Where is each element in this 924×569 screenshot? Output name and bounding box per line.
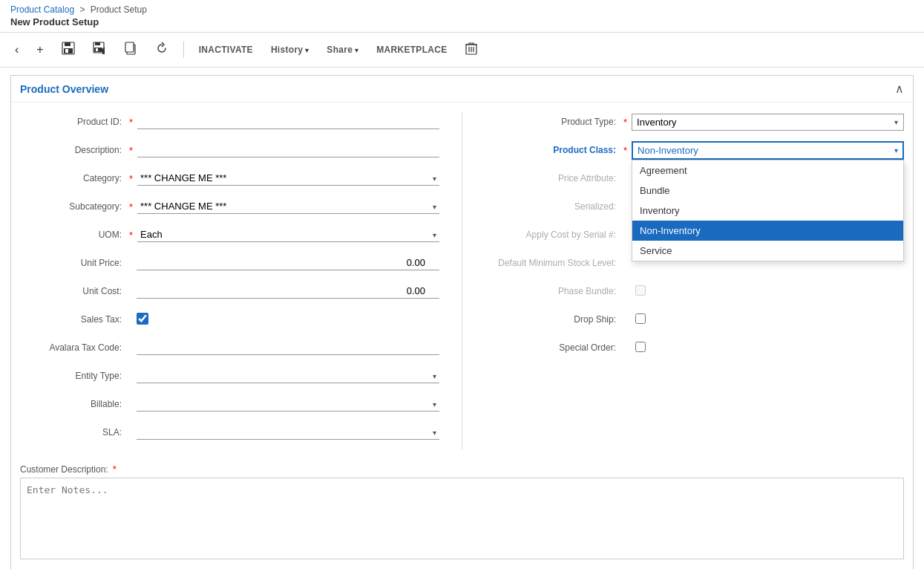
dropdown-option-bundle[interactable]: Bundle — [632, 181, 903, 201]
product-class-value: Non-Inventory — [638, 145, 698, 156]
add-button[interactable]: + — [32, 40, 47, 59]
product-class-trigger[interactable]: Non-Inventory ▾ — [632, 141, 904, 160]
back-button[interactable]: ‹ — [10, 40, 23, 59]
product-class-dropdown: Non-Inventory ▾ Agreement Bundle Invento… — [632, 141, 904, 160]
entity-type-row: Entity Type: ▾ — [20, 365, 439, 386]
delete-button[interactable] — [461, 39, 482, 61]
unit-cost-input[interactable] — [137, 284, 439, 299]
inactivate-button[interactable]: INACTIVATE — [194, 42, 258, 58]
category-row: Category: * *** CHANGE ME *** ▾ — [20, 168, 439, 189]
history-label: History — [271, 45, 303, 55]
breadcrumb-link[interactable]: Product Catalog — [10, 4, 74, 15]
special-order-row: Special Order: — [485, 337, 904, 358]
unit-cost-row: Unit Cost: — [20, 281, 439, 302]
product-type-select[interactable]: Inventory — [632, 114, 904, 131]
svg-rect-5 — [95, 42, 100, 45]
special-order-checkbox[interactable] — [635, 342, 646, 352]
left-column: Product ID: * Description: * — [20, 111, 439, 450]
toolbar: ‹ + — [0, 32, 924, 68]
svg-rect-9 — [125, 42, 134, 52]
sla-select[interactable] — [137, 425, 439, 440]
subcategory-required: * — [129, 201, 133, 212]
marketplace-button[interactable]: MARKETPLACE — [372, 42, 451, 58]
product-class-required: * — [623, 145, 627, 156]
avalara-row: Avalara Tax Code: — [20, 337, 439, 358]
product-type-required: * — [623, 117, 627, 128]
avalara-input[interactable] — [137, 340, 439, 355]
breadcrumb-current: Product Setup — [91, 4, 147, 15]
share-button[interactable]: Share ▾ — [322, 42, 363, 58]
dropdown-option-non-inventory[interactable]: Non-Inventory — [632, 221, 903, 241]
refresh-icon — [155, 42, 168, 58]
notes-textarea[interactable] — [20, 478, 904, 559]
refresh-button[interactable] — [151, 39, 173, 61]
sales-tax-checkbox[interactable] — [137, 313, 148, 325]
inactivate-label: INACTIVATE — [199, 45, 253, 55]
sla-label: SLA: — [20, 427, 128, 438]
entity-type-label: Entity Type: — [20, 371, 128, 381]
share-label: Share — [327, 45, 353, 55]
uom-label: UOM: — [20, 230, 128, 240]
history-button[interactable]: History ▾ — [266, 42, 313, 58]
uom-required: * — [129, 230, 133, 241]
main-content: Product Overview ∧ Product ID: * — [0, 68, 924, 569]
save-button[interactable] — [57, 39, 79, 61]
billable-row: Billable: ▾ — [20, 394, 439, 414]
product-id-label: Product ID: — [20, 117, 128, 127]
svg-rect-7 — [96, 48, 98, 51]
billable-label: Billable: — [20, 399, 128, 409]
category-label: Category: — [20, 173, 128, 183]
unit-cost-label: Unit Cost: — [20, 286, 128, 296]
dropdown-option-agreement[interactable]: Agreement — [632, 160, 903, 181]
unit-price-input[interactable] — [137, 256, 439, 270]
delete-icon — [465, 42, 477, 58]
product-type-label: Product Type: — [485, 117, 622, 127]
breadcrumb-separator: > — [79, 4, 85, 15]
page-title: New Product Setup — [0, 16, 924, 32]
back-icon: ‹ — [15, 43, 19, 56]
apply-cost-label: Apply Cost by Serial #: — [485, 230, 622, 240]
save-icon — [62, 42, 75, 58]
special-order-label: Special Order: — [485, 342, 622, 353]
copy-button[interactable] — [119, 39, 142, 61]
right-column: Product Type: * Inventory ▾ — [485, 111, 904, 450]
description-label: Description: — [20, 145, 128, 155]
avalara-label: Avalara Tax Code: — [20, 342, 128, 353]
drop-ship-checkbox[interactable] — [635, 313, 646, 324]
product-class-row: Product Class: * Non-Inventory ▾ Agreeme… — [485, 140, 904, 160]
unit-price-row: Unit Price: — [20, 253, 439, 273]
dropdown-option-inventory[interactable]: Inventory — [632, 201, 903, 221]
dropdown-option-service[interactable]: Service — [632, 241, 903, 261]
customer-description-required: * — [113, 464, 117, 475]
sales-tax-label: Sales Tax: — [20, 314, 128, 325]
unit-price-label: Unit Price: — [20, 258, 128, 268]
drop-ship-row: Drop Ship: — [485, 309, 904, 330]
product-id-row: Product ID: * — [20, 111, 439, 132]
breadcrumb: Product Catalog > Product Setup — [10, 4, 914, 15]
entity-type-select[interactable] — [137, 368, 439, 383]
category-select[interactable]: *** CHANGE ME *** — [137, 171, 439, 186]
phase-bundle-checkbox[interactable] — [635, 285, 646, 296]
product-overview-section: Product Overview ∧ Product ID: * — [10, 75, 914, 569]
product-class-chevron-icon: ▾ — [894, 146, 898, 155]
column-divider — [462, 111, 462, 450]
section-collapse-button[interactable]: ∧ — [895, 82, 904, 96]
product-type-select-wrap: Inventory ▾ — [632, 114, 904, 131]
copy-icon — [124, 42, 137, 58]
product-type-row: Product Type: * Inventory ▾ — [485, 111, 904, 132]
uom-select-wrap: Each ▾ — [137, 227, 439, 242]
subcategory-select[interactable]: *** CHANGE ME *** — [137, 199, 439, 214]
product-class-dropdown-list: Agreement Bundle Inventory Non-Inventory… — [632, 160, 904, 261]
svg-rect-6 — [94, 48, 102, 52]
default-min-stock-label: Default Minimum Stock Level: — [485, 258, 622, 268]
uom-select[interactable]: Each — [137, 227, 439, 242]
entity-type-select-wrap: ▾ — [137, 368, 439, 383]
drop-ship-label: Drop Ship: — [485, 314, 622, 325]
description-input[interactable] — [137, 143, 439, 157]
phase-bundle-row: Phase Bundle: — [485, 281, 904, 302]
save-close-button[interactable] — [88, 39, 111, 61]
description-required: * — [129, 145, 133, 156]
product-id-input[interactable] — [137, 114, 439, 129]
customer-description-row: Customer Description: * — [11, 459, 913, 478]
billable-select[interactable] — [137, 397, 439, 412]
